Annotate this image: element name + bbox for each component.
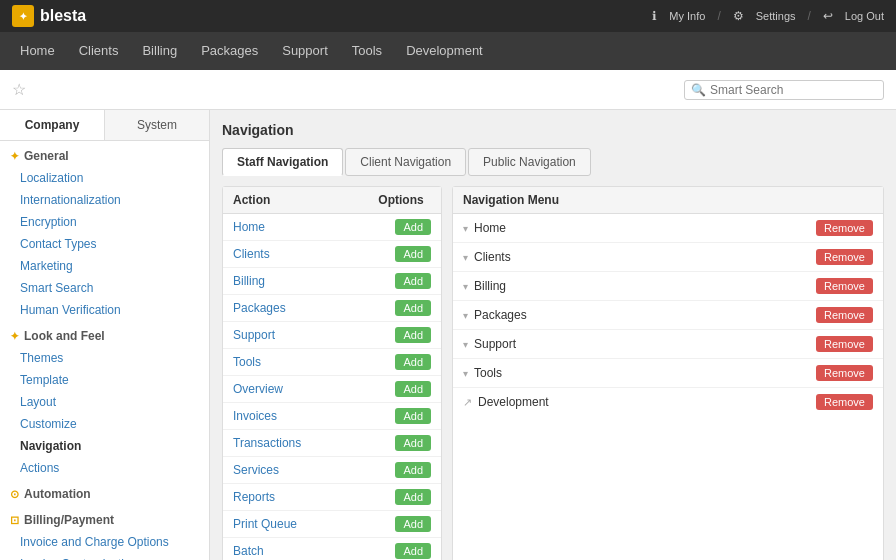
nav-menu-item-label-5: Tools (474, 366, 816, 380)
tab-client-navigation[interactable]: Client Navigation (345, 148, 466, 176)
action-link-4[interactable]: Support (233, 328, 395, 342)
sidebar-item-contact-types[interactable]: Contact Types (0, 233, 209, 255)
sidebar-item-actions[interactable]: Actions (0, 457, 209, 479)
sidebar-item-invoice-charge-options[interactable]: Invoice and Charge Options (0, 531, 209, 553)
sidebar-section-general: ✦ General (0, 141, 209, 167)
sidebar-tab-company[interactable]: Company (0, 110, 105, 140)
remove-btn-0[interactable]: Remove (816, 220, 873, 236)
nav-menu-item: ▾ Tools Remove (453, 359, 883, 388)
action-row: Clients Add (223, 241, 441, 268)
chevron-icon: ▾ (463, 368, 468, 379)
add-btn-1[interactable]: Add (395, 246, 431, 262)
action-row: Transactions Add (223, 430, 441, 457)
action-link-8[interactable]: Transactions (233, 436, 395, 450)
nav-development[interactable]: Development (394, 32, 495, 70)
add-btn-3[interactable]: Add (395, 300, 431, 316)
add-btn-9[interactable]: Add (395, 462, 431, 478)
actions-header: Action Options (223, 187, 441, 214)
automation-label: Automation (24, 487, 91, 501)
nav-menu-item-label-6: Development (478, 395, 816, 409)
my-info-link[interactable]: My Info (669, 10, 705, 22)
add-btn-5[interactable]: Add (395, 354, 431, 370)
nav-menu-header-label: Navigation Menu (453, 187, 883, 214)
separator2: / (808, 9, 811, 23)
remove-btn-2[interactable]: Remove (816, 278, 873, 294)
action-link-11[interactable]: Print Queue (233, 517, 395, 531)
action-row: Packages Add (223, 295, 441, 322)
remove-btn-4[interactable]: Remove (816, 336, 873, 352)
sidebar-item-localization[interactable]: Localization (0, 167, 209, 189)
sidebar-item-human-verification[interactable]: Human Verification (0, 299, 209, 321)
nav-clients[interactable]: Clients (67, 32, 131, 70)
sidebar-item-smart-search[interactable]: Smart Search (0, 277, 209, 299)
remove-btn-1[interactable]: Remove (816, 249, 873, 265)
add-btn-6[interactable]: Add (395, 381, 431, 397)
info-icon: ℹ (652, 9, 657, 23)
nav-menu-list: ▾ Home Remove ▾ Clients Remove ▾ Billing… (453, 214, 883, 416)
add-btn-10[interactable]: Add (395, 489, 431, 505)
tab-staff-navigation[interactable]: Staff Navigation (222, 148, 343, 176)
action-link-1[interactable]: Clients (233, 247, 395, 261)
remove-btn-5[interactable]: Remove (816, 365, 873, 381)
sidebar-item-layout[interactable]: Layout (0, 391, 209, 413)
favorite-star-icon[interactable]: ☆ (12, 80, 26, 99)
logout-link[interactable]: Log Out (845, 10, 884, 22)
sidebar-item-themes[interactable]: Themes (0, 347, 209, 369)
actions-panel: Action Options Home Add Clients Add Bill… (222, 186, 442, 560)
add-btn-0[interactable]: Add (395, 219, 431, 235)
nav-tabs: Staff Navigation Client Navigation Publi… (222, 148, 884, 176)
action-link-9[interactable]: Services (233, 463, 395, 477)
action-row: Batch Add (223, 538, 441, 560)
nav-support[interactable]: Support (270, 32, 340, 70)
top-links: ℹ My Info / ⚙ Settings / ↩ Log Out (652, 9, 884, 23)
sidebar-item-internationalization[interactable]: Internationalization (0, 189, 209, 211)
action-row: Print Queue Add (223, 511, 441, 538)
billing-payment-label: Billing/Payment (24, 513, 114, 527)
gear-icon: ⚙ (733, 9, 744, 23)
add-btn-11[interactable]: Add (395, 516, 431, 532)
sidebar-item-navigation[interactable]: Navigation (0, 435, 209, 457)
action-row: Billing Add (223, 268, 441, 295)
chevron-icon: ▾ (463, 252, 468, 263)
action-row: Support Add (223, 322, 441, 349)
search-input[interactable] (710, 83, 877, 97)
add-btn-12[interactable]: Add (395, 543, 431, 559)
remove-btn-6[interactable]: Remove (816, 394, 873, 410)
sidebar-item-customize[interactable]: Customize (0, 413, 209, 435)
general-label: General (24, 149, 69, 163)
sidebar-item-invoice-customization[interactable]: Invoice Customization (0, 553, 209, 560)
action-link-3[interactable]: Packages (233, 301, 395, 315)
look-feel-label: Look and Feel (24, 329, 105, 343)
page-title: Navigation (222, 122, 884, 138)
nav-menu-item-label-0: Home (474, 221, 816, 235)
sidebar-item-template[interactable]: Template (0, 369, 209, 391)
nav-packages[interactable]: Packages (189, 32, 270, 70)
action-link-6[interactable]: Overview (233, 382, 395, 396)
remove-btn-3[interactable]: Remove (816, 307, 873, 323)
nav-tools[interactable]: Tools (340, 32, 394, 70)
action-link-7[interactable]: Invoices (233, 409, 395, 423)
chevron-icon: ▾ (463, 223, 468, 234)
nav-columns: Action Options Home Add Clients Add Bill… (222, 186, 884, 560)
action-link-10[interactable]: Reports (233, 490, 395, 504)
add-btn-2[interactable]: Add (395, 273, 431, 289)
action-link-2[interactable]: Billing (233, 274, 395, 288)
sidebar-item-encryption[interactable]: Encryption (0, 211, 209, 233)
action-row: Overview Add (223, 376, 441, 403)
action-link-5[interactable]: Tools (233, 355, 395, 369)
action-link-12[interactable]: Batch (233, 544, 395, 558)
settings-link[interactable]: Settings (756, 10, 796, 22)
chevron-icon: ▾ (463, 281, 468, 292)
sidebar-tab-system[interactable]: System (105, 110, 209, 140)
add-btn-8[interactable]: Add (395, 435, 431, 451)
sidebar-item-marketing[interactable]: Marketing (0, 255, 209, 277)
logo-text: blesta (40, 7, 86, 25)
action-link-0[interactable]: Home (233, 220, 395, 234)
separator1: / (717, 9, 720, 23)
nav-billing[interactable]: Billing (130, 32, 189, 70)
add-btn-4[interactable]: Add (395, 327, 431, 343)
nav-bar: Home Clients Billing Packages Support To… (0, 32, 896, 70)
tab-public-navigation[interactable]: Public Navigation (468, 148, 591, 176)
nav-home[interactable]: Home (8, 32, 67, 70)
add-btn-7[interactable]: Add (395, 408, 431, 424)
